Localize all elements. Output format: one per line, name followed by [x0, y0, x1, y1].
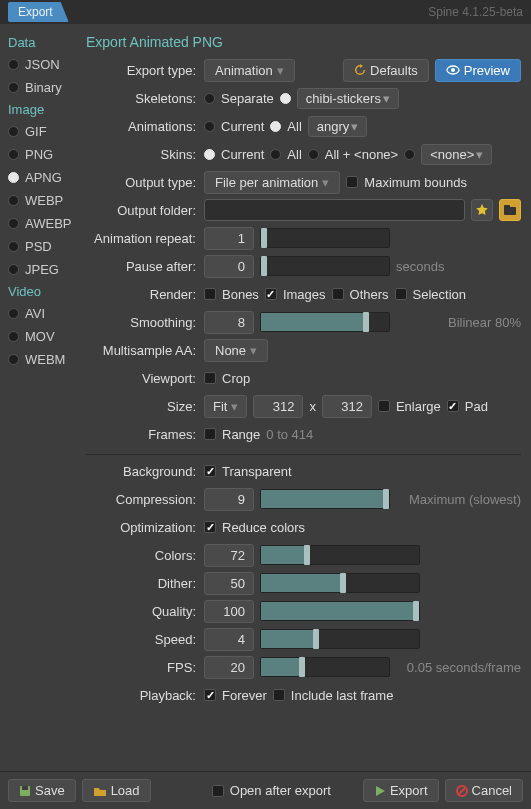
background-transparent-check[interactable] [204, 465, 216, 477]
sidebar-item-label: APNG [25, 170, 62, 185]
output-type-select[interactable]: File per animation▾ [204, 171, 340, 194]
frames-range-check[interactable] [204, 428, 216, 440]
anim-all-radio[interactable] [270, 121, 281, 132]
export-tab[interactable]: Export [8, 2, 69, 22]
render-bones-check[interactable] [204, 288, 216, 300]
sidebar-item-binary[interactable]: Binary [4, 76, 76, 99]
skeletons-separate-radio[interactable] [204, 93, 215, 104]
size-fit-select[interactable]: Fit▾ [204, 395, 247, 418]
sidebar-item-awebp[interactable]: AWEBP [4, 212, 76, 235]
export-button[interactable]: Export [363, 779, 439, 802]
smoothing-value[interactable]: 8 [204, 311, 254, 334]
defaults-button[interactable]: Defaults [343, 59, 429, 82]
skeletons-label: Skeletons: [86, 91, 198, 106]
speed-label: Speed: [86, 632, 198, 647]
speed-slider[interactable] [260, 629, 420, 649]
quality-slider[interactable] [260, 601, 420, 621]
radio-icon [8, 331, 19, 342]
sidebar-item-psd[interactable]: PSD [4, 235, 76, 258]
frames-info: 0 to 414 [266, 427, 313, 442]
compression-value[interactable]: 9 [204, 488, 254, 511]
colors-value[interactable]: 72 [204, 544, 254, 567]
panel-title: Export Animated PNG [86, 32, 521, 56]
skin-current-radio[interactable] [204, 149, 215, 160]
anim-current-radio[interactable] [204, 121, 215, 132]
anim-tag[interactable]: angry▾ [308, 116, 368, 137]
fps-value[interactable]: 20 [204, 656, 254, 679]
msaa-select[interactable]: None▾ [204, 339, 268, 362]
sidebar-item-json[interactable]: JSON [4, 53, 76, 76]
dither-slider[interactable] [260, 573, 420, 593]
size-enlarge-check[interactable] [378, 400, 390, 412]
playback-forever-check[interactable] [204, 689, 216, 701]
anim-repeat-value[interactable]: 1 [204, 227, 254, 250]
radio-icon [8, 241, 19, 252]
optimization-label: Optimization: [86, 520, 198, 535]
playback-last-check[interactable] [273, 689, 285, 701]
render-images-check[interactable] [265, 288, 277, 300]
maxbounds-check[interactable] [346, 176, 358, 188]
render-bones-text: Bones [222, 287, 259, 302]
sidebar-item-apng[interactable]: APNG [4, 166, 76, 189]
frames-range-text: Range [222, 427, 260, 442]
radio-icon [8, 218, 19, 229]
titlebar: Export Spine 4.1.25-beta [0, 0, 531, 24]
render-label: Render: [86, 287, 198, 302]
radio-icon [8, 195, 19, 206]
skin-none-radio[interactable] [404, 149, 415, 160]
smoothing-slider[interactable] [260, 312, 390, 332]
pause-after-value[interactable]: 0 [204, 255, 254, 278]
sidebar-item-png[interactable]: PNG [4, 143, 76, 166]
sidebar-item-label: AWEBP [25, 216, 71, 231]
open-after-check[interactable] [212, 785, 224, 797]
skeleton-tag[interactable]: chibi-stickers▾ [297, 88, 399, 109]
quality-value[interactable]: 100 [204, 600, 254, 623]
export-type-select[interactable]: Animation▾ [204, 59, 295, 82]
play-icon [374, 785, 386, 797]
anim-current-text: Current [221, 119, 264, 134]
skin-all-radio[interactable] [270, 149, 281, 160]
playback-forever-text: Forever [222, 688, 267, 703]
size-height[interactable]: 312 [322, 395, 372, 418]
skin-allnone-radio[interactable] [308, 149, 319, 160]
size-pad-check[interactable] [447, 400, 459, 412]
open-after-text: Open after export [230, 783, 331, 798]
maxbounds-text: Maximum bounds [364, 175, 467, 190]
dither-value[interactable]: 50 [204, 572, 254, 595]
speed-value[interactable]: 4 [204, 628, 254, 651]
sidebar-item-avi[interactable]: AVI [4, 302, 76, 325]
output-folder-input[interactable] [204, 199, 465, 221]
skeletons-list-radio[interactable] [280, 93, 291, 104]
sidebar-item-label: AVI [25, 306, 45, 321]
size-width[interactable]: 312 [253, 395, 303, 418]
cancel-button[interactable]: Cancel [445, 779, 523, 802]
radio-icon [8, 308, 19, 319]
preview-button[interactable]: Preview [435, 59, 521, 82]
sidebar-item-label: JSON [25, 57, 60, 72]
skeletons-separate-text: Separate [221, 91, 274, 106]
pause-after-slider[interactable] [260, 256, 390, 276]
anim-repeat-slider[interactable] [260, 228, 390, 248]
star-icon [475, 203, 489, 217]
sidebar-item-gif[interactable]: GIF [4, 120, 76, 143]
sidebar-item-jpeg[interactable]: JPEG [4, 258, 76, 281]
reduce-colors-check[interactable] [204, 521, 216, 533]
viewport-crop-text: Crop [222, 371, 250, 386]
favorite-button[interactable] [471, 199, 493, 221]
viewport-crop-check[interactable] [204, 372, 216, 384]
anim-all-text: All [287, 119, 301, 134]
skin-none-tag[interactable]: <none>▾ [421, 144, 492, 165]
sidebar-item-webp[interactable]: WEBP [4, 189, 76, 212]
render-selection-check[interactable] [395, 288, 407, 300]
fps-slider[interactable] [260, 657, 390, 677]
browse-button[interactable] [499, 199, 521, 221]
render-others-check[interactable] [332, 288, 344, 300]
compression-slider[interactable] [260, 489, 390, 509]
colors-slider[interactable] [260, 545, 420, 565]
load-button[interactable]: Load [82, 779, 151, 802]
smoothing-label: Smoothing: [86, 315, 198, 330]
save-button[interactable]: Save [8, 779, 76, 802]
sidebar-item-webm[interactable]: WEBM [4, 348, 76, 371]
sidebar-item-mov[interactable]: MOV [4, 325, 76, 348]
folder-icon [503, 204, 517, 216]
